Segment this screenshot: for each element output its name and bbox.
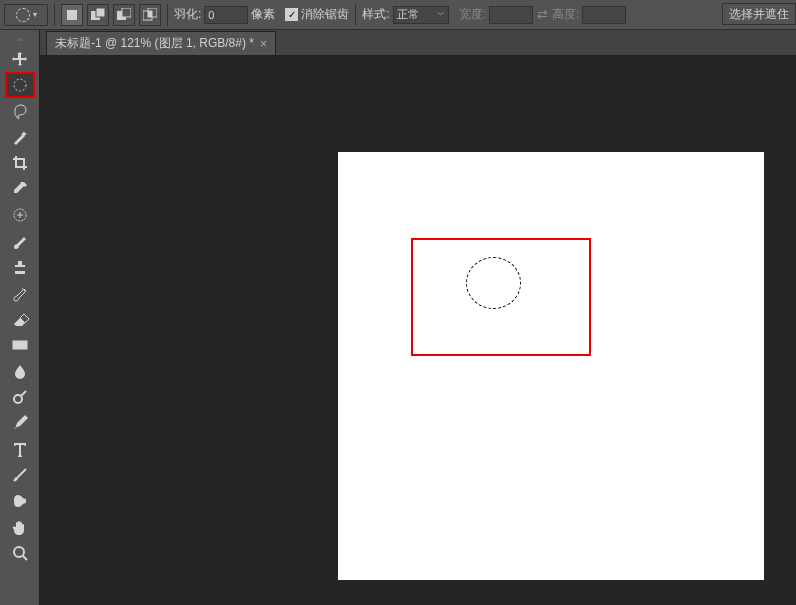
panel-grip[interactable]: ›› (0, 34, 39, 44)
separator (167, 4, 168, 26)
style-value: 正常 (397, 7, 419, 22)
zoom-tool[interactable] (5, 540, 35, 566)
antialias-label: 消除锯齿 (301, 6, 349, 23)
width-label: 宽度: (459, 6, 486, 23)
svg-rect-0 (67, 10, 77, 20)
height-label: 高度: (552, 6, 579, 23)
width-input (489, 6, 533, 24)
crop-tool[interactable] (5, 150, 35, 176)
feather-input[interactable] (204, 6, 248, 24)
selection-add-button[interactable] (87, 4, 109, 26)
elliptical-selection (466, 257, 521, 309)
select-and-mask-button[interactable]: 选择并遮住 (722, 3, 796, 25)
style-label: 样式: (362, 6, 389, 23)
magic-wand-tool[interactable] (5, 124, 35, 150)
spot-healing-tool[interactable] (5, 202, 35, 228)
swap-icon: ⇄ (537, 7, 548, 22)
style-select[interactable]: 正常 ﹀ (393, 6, 449, 24)
pixel-unit-label: 像素 (251, 6, 275, 23)
history-brush-tool[interactable] (5, 280, 35, 306)
separator (54, 4, 55, 26)
path-selection-tool[interactable] (5, 462, 35, 488)
hand-tool[interactable] (5, 514, 35, 540)
document-tab[interactable]: 未标题-1 @ 121% (图层 1, RGB/8#) * × (46, 31, 276, 55)
svg-rect-7 (148, 11, 152, 17)
document-tab-bar: 未标题-1 @ 121% (图层 1, RGB/8#) * × (40, 30, 796, 56)
eraser-tool[interactable] (5, 306, 35, 332)
svg-rect-4 (122, 8, 131, 17)
move-tool[interactable] (5, 46, 35, 72)
pen-tool[interactable] (5, 410, 35, 436)
svg-rect-2 (96, 8, 105, 17)
tool-panel: ›› (0, 30, 40, 605)
close-icon[interactable]: × (260, 37, 267, 51)
document-tab-title: 未标题-1 @ 121% (图层 1, RGB/8#) * (55, 35, 254, 52)
tool-preset-picker[interactable]: ▾ (4, 4, 48, 26)
selection-subtract-button[interactable] (113, 4, 135, 26)
antialias-checkbox[interactable]: ✓ (285, 8, 298, 21)
selection-new-button[interactable] (61, 4, 83, 26)
lasso-tool[interactable] (5, 98, 35, 124)
dodge-tool[interactable] (5, 384, 35, 410)
custom-shape-tool[interactable] (5, 488, 35, 514)
chevron-down-icon: ▾ (33, 10, 37, 19)
canvas[interactable] (338, 152, 764, 580)
options-bar: ▾ 羽化: 像素 ✓ 消除锯齿 样式: 正常 ﹀ 宽度: ⇄ 高度: (0, 0, 796, 30)
workspace (40, 56, 796, 605)
elliptical-marquee-tool[interactable] (5, 72, 35, 98)
eyedropper-tool[interactable] (5, 176, 35, 202)
feather-label: 羽化: (174, 6, 201, 23)
clone-stamp-tool[interactable] (5, 254, 35, 280)
separator (355, 4, 356, 26)
ellipse-icon (16, 8, 30, 22)
height-input (582, 6, 626, 24)
type-tool[interactable] (5, 436, 35, 462)
selection-intersect-button[interactable] (139, 4, 161, 26)
gradient-tool[interactable] (5, 332, 35, 358)
blur-tool[interactable] (5, 358, 35, 384)
brush-tool[interactable] (5, 228, 35, 254)
select-and-mask-label: 选择并遮住 (729, 6, 789, 23)
chevron-down-icon: ﹀ (437, 9, 445, 20)
